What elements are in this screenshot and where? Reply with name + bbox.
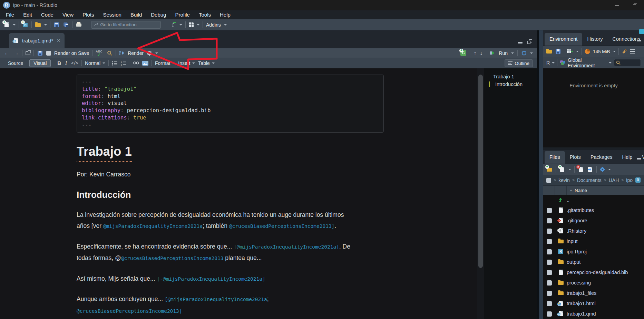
menu-plots[interactable]: Plots [78,10,98,19]
file-link[interactable]: .Rhistory [567,228,586,234]
outline-toggle-button[interactable]: Outline [505,59,533,67]
file-link[interactable]: processing [567,280,591,286]
code-button[interactable]: </> [71,61,78,66]
source-mode-button[interactable]: Source [5,60,26,67]
file-checkbox[interactable] [547,208,552,213]
back-icon[interactable]: ← [4,50,10,56]
name-column-header[interactable]: Name [575,188,587,193]
new-file-icon[interactable] [3,22,10,28]
file-link[interactable]: percepcion-desigualdad.bib [567,270,628,275]
paragraph-style-dropdown[interactable]: Normal [85,60,105,66]
print-icon[interactable] [76,22,82,28]
editor-scrollbar[interactable] [477,68,484,319]
breadcrumb-documents[interactable]: Documents [577,177,602,183]
find-replace-icon[interactable] [107,50,113,56]
pane-layout-caret-icon[interactable] [197,24,199,26]
environment-search[interactable] [614,59,641,66]
citation-link[interactable]: @crucesBiasedPerceptionsIncome2013 [121,255,224,261]
save-workspace-icon[interactable] [555,48,561,55]
file-checkbox[interactable] [547,239,552,244]
goto-file-search[interactable] [91,21,161,29]
save-document-icon[interactable] [37,50,43,56]
new-blank-file-caret-icon[interactable] [568,169,571,170]
menu-view[interactable]: View [58,10,78,19]
import-dataset-icon[interactable] [567,49,573,54]
minimize-pane-icon[interactable] [637,40,641,41]
restore-button[interactable] [626,0,644,10]
tab-environment[interactable]: Environment [545,33,582,46]
new-folder-icon[interactable] [546,166,553,173]
menu-help[interactable]: Help [215,10,235,19]
tab-history[interactable]: History [582,33,607,46]
outline-item[interactable]: Trabajo 1 [484,73,537,80]
delete-file-icon[interactable] [578,166,584,173]
document-canvas[interactable]: ---title: "trabajo1"format: htmleditor: … [0,68,477,319]
citation-link[interactable]: [-@mijsParadoxInequalityIncome2021a] [157,276,265,282]
save-all-icon[interactable] [63,22,69,28]
bullet-list-icon[interactable] [112,61,118,66]
more-options-gear-icon[interactable] [600,167,605,172]
tab-vi[interactable]: Vi [637,151,644,164]
open-file-icon[interactable] [35,22,41,28]
file-link[interactable]: input [567,239,577,244]
version-control-caret-icon[interactable] [179,24,182,26]
menu-debug[interactable]: Debug [146,10,170,19]
language-dropdown[interactable]: R [546,60,555,66]
open-file-caret-icon[interactable] [44,24,47,26]
rerun-icon[interactable] [521,50,527,56]
menu-code[interactable]: Code [37,10,58,19]
numbered-list-icon[interactable]: 12 [121,61,127,66]
file-checkbox[interactable] [547,229,552,234]
breadcrumb-ipo[interactable]: ipo [626,177,633,183]
outline-item[interactable]: Introducción [484,80,537,88]
menu-tools[interactable]: Tools [194,10,215,19]
citation-link[interactable]: @crucesBiasedPerceptionsIncome2013] [229,223,335,229]
bold-button[interactable]: B [57,60,61,66]
menu-profile[interactable]: Profile [170,10,194,19]
run-next-icon[interactable]: ↓ [480,50,482,56]
run-caret-icon[interactable] [511,52,514,54]
import-dataset-caret-icon[interactable] [576,51,579,52]
file-link[interactable]: trabajo1.qmd [567,311,596,317]
tab-connections[interactable]: Connections [608,33,644,46]
environment-scope-dropdown[interactable]: Global Environment [568,57,612,68]
file-link[interactable]: output [567,259,580,265]
run-icon[interactable] [490,51,495,55]
save-icon[interactable] [53,22,60,28]
select-all-checkbox[interactable] [546,178,551,183]
file-checkbox[interactable] [547,260,552,265]
copy-file-icon[interactable] [587,166,593,173]
file-checkbox[interactable] [547,280,552,286]
render-icon[interactable] [119,51,125,55]
memory-usage[interactable]: 145 MiB [593,49,610,54]
menu-file[interactable]: File [1,10,19,19]
new-file-caret-icon[interactable] [13,24,16,26]
more-options-caret-icon[interactable] [608,169,611,170]
clear-objects-broom-icon[interactable] [622,49,627,54]
insert-menu[interactable]: Insert [178,60,195,66]
sort-ascending-icon[interactable]: ▲ [569,188,573,192]
citation-link[interactable]: [@mijsParadoxInequalityIncome2021a [165,297,267,302]
tab-plots[interactable]: Plots [565,151,586,164]
memory-caret-icon[interactable] [613,51,616,52]
yaml-front-matter[interactable]: ---title: "trabajo1"format: htmleditor: … [77,75,384,133]
minimize-pane-icon[interactable] [518,42,523,44]
italic-button[interactable]: I [64,60,68,66]
tab-packages[interactable]: Packages [586,151,617,164]
goto-file-input[interactable] [100,22,158,27]
menu-edit[interactable]: Edit [19,10,37,19]
link-icon[interactable] [133,61,139,65]
citation-link[interactable]: @mijsParadoxInequalityIncome2021a [103,223,203,229]
document-title[interactable]: Trabajo 1 [77,144,477,162]
run-previous-icon[interactable]: ↑ [474,50,476,56]
section-heading[interactable]: Introducción [77,190,477,200]
list-view-icon[interactable] [630,49,635,54]
tab-help[interactable]: Help [617,151,637,164]
citation-link[interactable]: [@mijsParadoxInequalityIncome2021a] [234,244,339,250]
spellcheck-icon[interactable]: ABC✓ [96,50,104,56]
new-project-icon[interactable]: R [22,22,28,28]
new-chunk-icon[interactable]: C [460,50,466,56]
breadcrumb-kevin[interactable]: kevin [558,177,570,183]
project-icon[interactable] [639,29,644,34]
file-link[interactable]: ipo.Rproj [567,249,587,254]
